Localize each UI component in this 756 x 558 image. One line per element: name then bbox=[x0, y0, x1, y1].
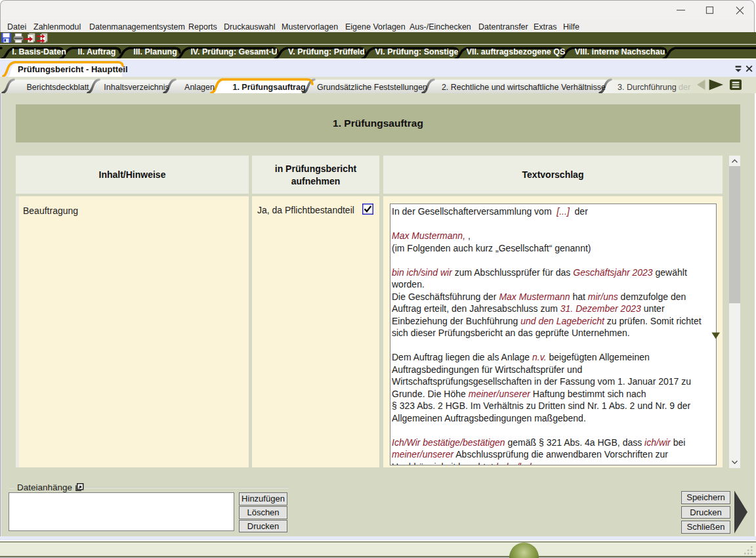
svg-text:I. Basis-Daten: I. Basis-Daten bbox=[12, 47, 66, 56]
svg-text:III. Planung: III. Planung bbox=[133, 47, 177, 56]
svg-text:VI. Prüfung: Sonstige: VI. Prüfung: Sonstige bbox=[375, 47, 458, 56]
svg-text:1. Prüfungsauftrag: 1. Prüfungsauftrag bbox=[232, 83, 305, 92]
svg-text:IV. Prüfung: Gesamt-U: IV. Prüfung: Gesamt-U bbox=[190, 47, 277, 56]
svg-text:Inhaltsverzeichnis: Inhaltsverzeichnis bbox=[104, 83, 169, 92]
svg-text:V. Prüfung: Prüffeld: V. Prüfung: Prüffeld bbox=[288, 47, 365, 56]
svg-text:Prüfungsbericht - Hauptteil: Prüfungsbericht - Hauptteil bbox=[18, 64, 128, 74]
svg-text:Grundsätzliche Feststellungen: Grundsätzliche Feststellungen bbox=[317, 83, 427, 92]
svg-text:VII. auftragsbezogene QS: VII. auftragsbezogene QS bbox=[467, 47, 566, 56]
svg-text:2. Rechtliche und wirtschaftli: 2. Rechtliche und wirtschaftliche Verhäl… bbox=[442, 83, 606, 92]
svg-text:Anlagen: Anlagen bbox=[184, 83, 215, 92]
svg-text:3. Durchführung der: 3. Durchführung der bbox=[618, 83, 690, 92]
svg-text:II. Auftrag: II. Auftrag bbox=[78, 47, 116, 56]
svg-text:Berichtsdeckblatt: Berichtsdeckblatt bbox=[26, 83, 89, 92]
svg-text:VIII. interne Nachschau: VIII. interne Nachschau bbox=[575, 47, 665, 56]
